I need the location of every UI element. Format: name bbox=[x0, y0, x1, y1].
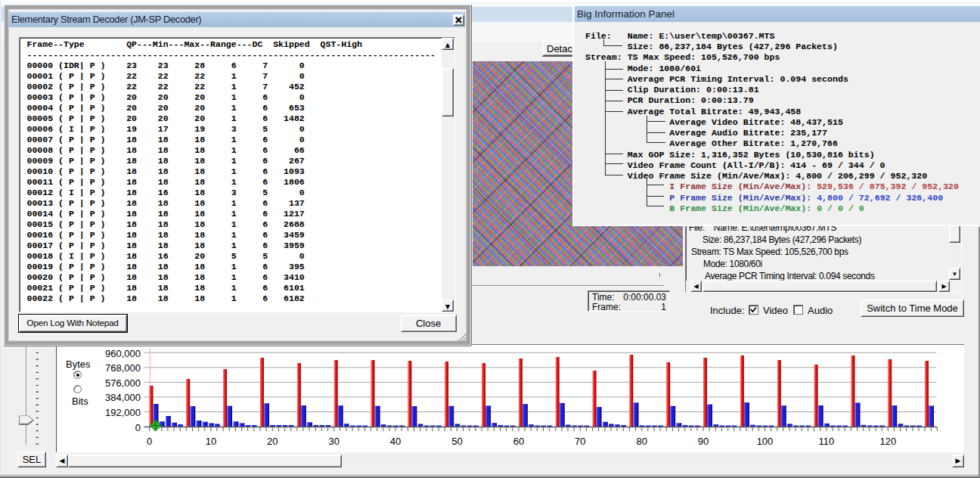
svg-text:20: 20 bbox=[267, 436, 278, 447]
svg-text:70: 70 bbox=[575, 436, 585, 447]
svg-text:110: 110 bbox=[818, 436, 834, 447]
svg-text:100: 100 bbox=[756, 436, 773, 447]
svg-text:80: 80 bbox=[636, 436, 647, 447]
svg-text:30: 30 bbox=[328, 436, 339, 447]
svg-text:60: 60 bbox=[513, 436, 523, 447]
svg-text:40: 40 bbox=[389, 436, 400, 447]
svg-text:90: 90 bbox=[697, 436, 708, 447]
svg-text:10: 10 bbox=[205, 436, 216, 447]
svg-text:120: 120 bbox=[879, 436, 896, 447]
svg-text:0: 0 bbox=[146, 436, 151, 447]
svg-text:50: 50 bbox=[451, 436, 462, 447]
